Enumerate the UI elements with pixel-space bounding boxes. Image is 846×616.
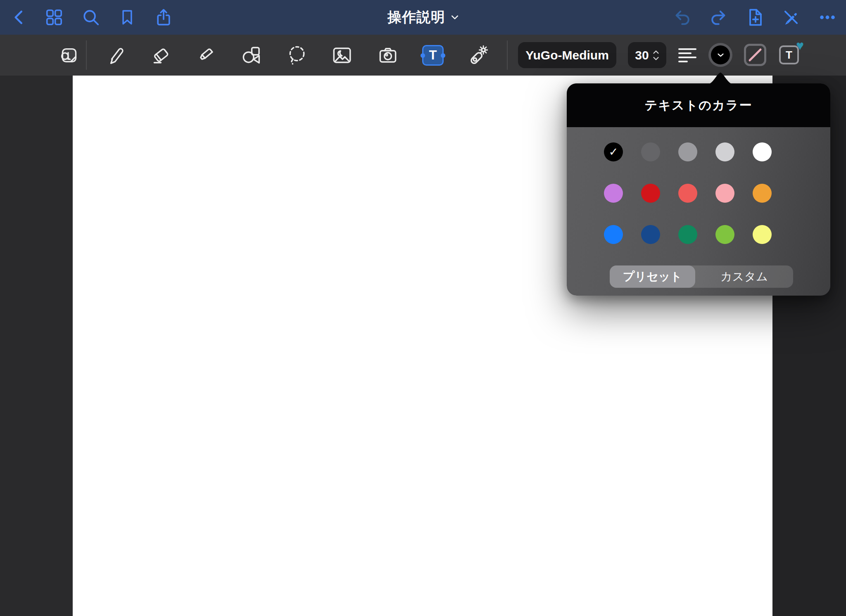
- laser-pointer-icon: [468, 45, 489, 66]
- ellipsis-icon: [818, 8, 837, 27]
- font-size-stepper[interactable]: 30: [628, 42, 666, 68]
- back-button[interactable]: [8, 0, 30, 35]
- eraser-icon: [150, 45, 171, 66]
- shapes-tool-button[interactable]: [240, 35, 263, 76]
- color-swatch-light-gray[interactable]: [715, 142, 734, 161]
- color-swatch-navy[interactable]: [641, 225, 660, 244]
- pen-cross-icon: [782, 8, 801, 27]
- swatch-row: ✓: [604, 142, 772, 161]
- highlighter-tool-button[interactable]: [195, 35, 218, 76]
- font-size-value: 30: [635, 48, 649, 62]
- color-mode-tabs: プリセット カスタム: [610, 265, 793, 288]
- lasso-tool-button[interactable]: [285, 35, 309, 76]
- image-icon: [331, 45, 353, 66]
- nav-bar: 操作説明: [0, 0, 846, 35]
- grid-icon: [45, 8, 64, 27]
- redo-button[interactable]: [708, 0, 729, 35]
- selection-handle-left: [421, 53, 425, 58]
- text-color-button[interactable]: [708, 43, 732, 67]
- search-icon: [81, 8, 100, 27]
- bookmark-button[interactable]: [116, 0, 138, 35]
- chevron-down-icon: [451, 15, 459, 20]
- tab-custom[interactable]: カスタム: [695, 265, 793, 288]
- swatch-grid: ✓: [604, 142, 772, 266]
- undo-button[interactable]: [672, 0, 693, 35]
- color-swatch-gray[interactable]: [678, 142, 697, 161]
- check-icon: ✓: [609, 147, 618, 158]
- camera-tool-button[interactable]: [376, 35, 399, 76]
- shapes-icon: [240, 45, 262, 66]
- canvas-margin-left: [0, 76, 73, 616]
- tab-preset[interactable]: プリセット: [610, 265, 695, 288]
- more-button[interactable]: [817, 0, 838, 35]
- document-title-button[interactable]: 操作説明: [387, 0, 459, 35]
- popover-arrow: [707, 72, 734, 84]
- text-color-popover: テキストのカラー ✓ プリセット カスタム: [567, 83, 830, 296]
- color-swatch-green[interactable]: [678, 225, 697, 244]
- pen-tool-button[interactable]: [104, 35, 127, 76]
- color-swatch-pink[interactable]: [715, 184, 734, 203]
- add-page-icon: [745, 7, 765, 27]
- elements-tool-button[interactable]: [57, 35, 80, 76]
- heart-badge-icon: ♥: [796, 39, 804, 52]
- color-swatch-black[interactable]: ✓: [604, 142, 623, 161]
- color-swatch-light-green[interactable]: [715, 225, 734, 244]
- stepper-chevrons-icon: [653, 50, 659, 61]
- text-tool-selected-icon: T: [422, 45, 444, 66]
- color-swatch-dark-gray[interactable]: [641, 142, 660, 161]
- align-left-icon: [678, 48, 696, 62]
- lasso-icon: [286, 45, 308, 66]
- popover-title: テキストのカラー: [645, 97, 753, 114]
- color-swatch-red[interactable]: [641, 184, 660, 203]
- chevron-down-icon: [717, 53, 724, 57]
- selection-handle-right: [441, 53, 445, 58]
- laser-pointer-tool-button[interactable]: [467, 35, 490, 76]
- font-family-button[interactable]: YuGo-Medium: [518, 42, 616, 68]
- toolbar-toggle-button[interactable]: [780, 0, 802, 35]
- color-swatch-blue[interactable]: [604, 225, 623, 244]
- tools-toolbar: T YuGo-Medium 30 T ♥: [0, 35, 846, 76]
- back-chevron-icon: [11, 8, 27, 27]
- add-page-button[interactable]: [744, 0, 766, 35]
- page-title: 操作説明: [387, 8, 445, 27]
- elements-icon: [58, 45, 79, 66]
- pen-icon: [105, 45, 126, 66]
- camera-icon: [377, 45, 399, 66]
- redo-icon: [709, 8, 728, 27]
- highlighter-icon: [195, 45, 217, 66]
- color-swatch-purple[interactable]: [604, 184, 623, 203]
- text-style-letter: T: [786, 49, 792, 62]
- text-tool-letter: T: [429, 48, 437, 63]
- color-swatch-white[interactable]: [753, 142, 772, 161]
- page-overview-button[interactable]: [43, 0, 65, 35]
- text-style-button[interactable]: T ♥: [779, 45, 799, 64]
- undo-icon: [673, 8, 692, 27]
- popover-header: テキストのカラー: [567, 83, 830, 127]
- toolbar-divider: [86, 40, 87, 70]
- toolbar-divider: [507, 40, 508, 70]
- color-swatch-orange[interactable]: [753, 184, 772, 203]
- text-tool-button[interactable]: T: [421, 35, 444, 76]
- color-button-core: [711, 45, 730, 64]
- eraser-tool-button[interactable]: [149, 35, 172, 76]
- share-icon: [154, 8, 173, 27]
- text-align-button[interactable]: [676, 35, 699, 76]
- stroke-line-icon: [746, 46, 764, 64]
- swatch-row: [604, 184, 772, 203]
- swatch-row: [604, 225, 772, 244]
- bookmark-icon: [118, 8, 136, 27]
- font-name-label: YuGo-Medium: [525, 48, 609, 62]
- image-tool-button[interactable]: [330, 35, 354, 76]
- color-swatch-yellow[interactable]: [753, 225, 772, 244]
- search-button[interactable]: [80, 0, 102, 35]
- stroke-color-button[interactable]: [744, 44, 766, 66]
- share-button[interactable]: [153, 0, 174, 35]
- color-swatch-coral[interactable]: [678, 184, 697, 203]
